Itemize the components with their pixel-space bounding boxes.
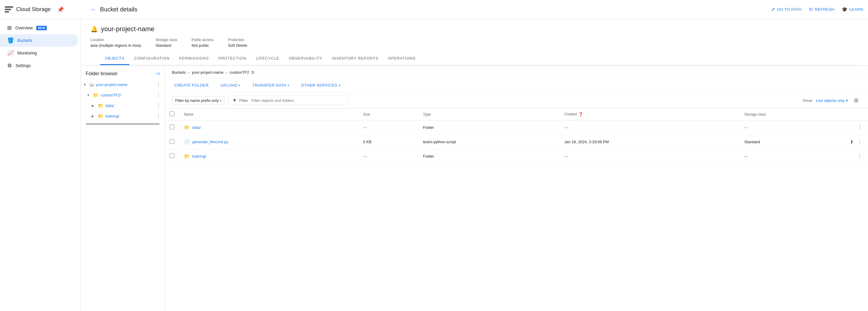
app-logo: Cloud Storage 📌 bbox=[5, 6, 86, 13]
td-type-py: text/x-python-script bbox=[418, 135, 559, 149]
learn-button[interactable]: 🎓 LEARN bbox=[842, 7, 863, 12]
show-label: Show bbox=[802, 98, 812, 103]
collapse-icon[interactable]: ⊣ bbox=[155, 70, 160, 77]
tab-observability[interactable]: OBSERVABILITY bbox=[284, 53, 327, 65]
file-panel: Buckets › your-project-name › customTF2 … bbox=[165, 66, 868, 311]
expand-data-icon[interactable]: ▶ bbox=[92, 104, 98, 107]
tree-item-customtf2[interactable]: ▼ 📁 customTF2/ ⋮ bbox=[81, 90, 164, 100]
row-checkbox-py[interactable] bbox=[169, 139, 174, 144]
expand-training-icon[interactable]: ▶ bbox=[92, 115, 98, 118]
breadcrumb-project[interactable]: your-project-name bbox=[192, 70, 224, 74]
td-type-training: Folder bbox=[418, 149, 559, 164]
tab-operations[interactable]: OPERATIONS bbox=[383, 53, 420, 65]
row-checkbox-training[interactable] bbox=[169, 153, 174, 158]
folder-browser: Folder browser ⊣ ▼ 🗂 your-project-name ⋮… bbox=[81, 66, 165, 311]
tab-permissions[interactable]: PERMISSIONS bbox=[174, 53, 214, 65]
filter-input[interactable] bbox=[252, 98, 344, 103]
tab-configuration[interactable]: CONFIGURATION bbox=[129, 53, 175, 65]
learn-icon: 🎓 bbox=[842, 7, 848, 12]
data-folder-link[interactable]: data/ bbox=[105, 103, 155, 108]
expand-customtf2-icon[interactable]: ▼ bbox=[87, 93, 93, 97]
py-more-button[interactable]: ⋮ bbox=[856, 138, 863, 146]
create-folder-button[interactable]: CREATE FOLDER bbox=[172, 81, 211, 89]
data-folder-icon: 📁 bbox=[98, 103, 104, 108]
th-actions bbox=[844, 108, 868, 120]
page-title: Bucket details bbox=[100, 6, 137, 13]
td-class-training: — bbox=[740, 149, 844, 164]
created-help-icon[interactable]: ❓ bbox=[578, 112, 583, 117]
tab-objects[interactable]: OBJECTS bbox=[100, 53, 129, 65]
filter-icon: ▼ bbox=[232, 98, 237, 103]
breadcrumb-buckets[interactable]: Buckets bbox=[172, 70, 186, 74]
th-type: Type bbox=[418, 108, 559, 120]
data-folder-more-button[interactable]: ⋮ bbox=[856, 123, 863, 131]
sidebar-item-monitoring[interactable]: 📈 Monitoring bbox=[0, 47, 78, 59]
tree-item-root[interactable]: ▼ 🗂 your-project-name ⋮ bbox=[81, 80, 164, 90]
new-badge: NEW bbox=[36, 26, 47, 30]
sidebar-item-overview[interactable]: ⊞ Overview NEW bbox=[0, 22, 78, 34]
root-folder-icon: 🗂 bbox=[89, 82, 94, 88]
other-services-button[interactable]: OTHER SERVICES ▾ bbox=[299, 81, 343, 89]
tree-item-training[interactable]: ▶ 📁 training/ ⋮ bbox=[81, 111, 164, 121]
table-row: 📁 training/ — Folder — — bbox=[165, 149, 868, 164]
expand-root-icon[interactable]: ▼ bbox=[83, 83, 89, 86]
refresh-button[interactable]: ↻ REFRESH bbox=[809, 7, 834, 12]
live-objects-dropdown-icon: ▾ bbox=[846, 98, 848, 103]
tab-protection[interactable]: PROTECTION bbox=[214, 53, 251, 65]
density-button[interactable]: ⊞ bbox=[851, 96, 861, 105]
training-folder-row-link[interactable]: training/ bbox=[192, 154, 206, 158]
bucket-info: 🔔 your-project-name Location asia (multi… bbox=[81, 19, 868, 66]
td-name-training: 📁 training/ bbox=[179, 149, 358, 164]
meta-public-access: Public access Not public bbox=[192, 38, 214, 48]
th-name: Name bbox=[179, 108, 358, 120]
buckets-icon: 🪣 bbox=[7, 37, 14, 44]
filter-bar: Filter by name prefix only ▾ ▼ Filter Sh… bbox=[165, 93, 868, 108]
training-folder-icon: 📁 bbox=[98, 113, 104, 119]
th-checkbox bbox=[165, 108, 179, 120]
customtf2-more-button[interactable]: ⋮ bbox=[155, 92, 162, 99]
filter-input-area[interactable]: ▼ Filter bbox=[228, 96, 348, 105]
link-icon: ⇗ bbox=[771, 7, 775, 12]
breadcrumb-current: customTF2 bbox=[229, 70, 249, 74]
tree-item-data[interactable]: ▶ 📁 data/ ⋮ bbox=[81, 100, 164, 111]
training-folder-more-button[interactable]: ⋮ bbox=[856, 152, 863, 160]
transfer-data-button[interactable]: TRANSFER DATA ▾ bbox=[250, 81, 291, 89]
tab-lifecycle[interactable]: LIFECYCLE bbox=[251, 53, 284, 65]
copy-path-icon[interactable]: ⧉ bbox=[251, 70, 254, 75]
row-checkbox-data[interactable] bbox=[169, 125, 174, 129]
training-more-button[interactable]: ⋮ bbox=[155, 113, 162, 120]
root-more-button[interactable]: ⋮ bbox=[155, 81, 162, 88]
back-button[interactable]: ← bbox=[90, 6, 96, 13]
filter-label: Filter bbox=[239, 98, 248, 103]
folder-scroll[interactable] bbox=[86, 123, 160, 125]
meta-storage-class: Storage class Standard bbox=[155, 38, 177, 48]
customtf2-folder-link[interactable]: customTF2/ bbox=[101, 93, 155, 97]
bucket-name: your-project-name bbox=[101, 25, 155, 33]
py-file-link[interactable]: generate_tfrecord.py bbox=[192, 139, 228, 144]
select-all-checkbox[interactable] bbox=[169, 112, 174, 116]
sidebar-item-settings[interactable]: ⚙ Settings bbox=[0, 59, 78, 72]
tab-inventory-reports[interactable]: INVENTORY REPORTS bbox=[327, 53, 383, 65]
go-to-path-button[interactable]: ⇗ GO TO PATH bbox=[771, 7, 802, 12]
training-folder-link[interactable]: training/ bbox=[105, 114, 155, 118]
td-checkbox-py bbox=[165, 135, 179, 149]
td-actions-training: ⋮ bbox=[844, 149, 868, 164]
live-objects-button[interactable]: Live objects only ▾ bbox=[816, 98, 848, 103]
header-breadcrumb: ← Bucket details bbox=[86, 6, 771, 13]
pin-icon[interactable]: 📌 bbox=[57, 6, 64, 13]
customtf2-folder-icon: 📁 bbox=[93, 92, 99, 98]
py-download-button[interactable]: ⬇ bbox=[848, 138, 855, 146]
root-folder-link[interactable]: your-project-name bbox=[96, 83, 155, 87]
upload-button[interactable]: UPLOAD ▾ bbox=[218, 81, 243, 89]
bucket-meta: Location asia (multiple regions in Asia)… bbox=[90, 38, 859, 48]
filter-selector[interactable]: Filter by name prefix only ▾ bbox=[172, 96, 225, 105]
data-folder-row-icon: 📁 bbox=[184, 125, 190, 130]
training-folder-row-icon: 📁 bbox=[184, 153, 190, 159]
sidebar-item-buckets[interactable]: 🪣 Buckets bbox=[0, 34, 78, 47]
data-more-button[interactable]: ⋮ bbox=[155, 102, 162, 109]
table-row: 📁 data/ — Folder — — ⋮ bbox=[165, 120, 868, 135]
td-name-data: 📁 data/ bbox=[179, 120, 358, 135]
data-folder-row-link[interactable]: data/ bbox=[192, 125, 201, 130]
settings-icon: ⚙ bbox=[7, 62, 12, 69]
th-storage-class: Storage class bbox=[740, 108, 844, 120]
